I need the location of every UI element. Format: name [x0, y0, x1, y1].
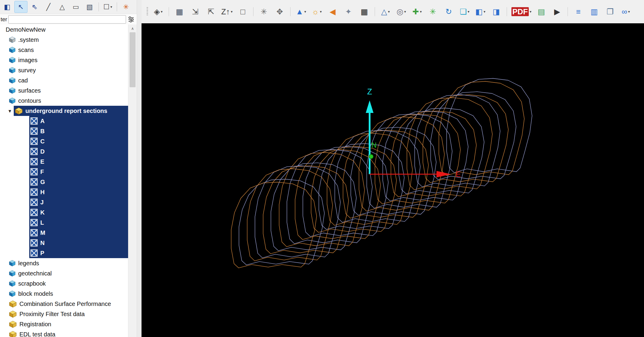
plan-view-button[interactable]: Z↑▾	[220, 5, 234, 19]
z-axis-label: Z	[367, 87, 372, 96]
tree-item-section-h[interactable]: H	[0, 187, 128, 197]
tree-item-section-b[interactable]: B	[0, 126, 128, 136]
app-fragment-button[interactable]: ◧	[1, 1, 14, 13]
image-export-button[interactable]: ▤	[534, 5, 548, 19]
n-axis-label: N	[371, 141, 376, 149]
tree-row-content: C	[29, 136, 128, 146]
pan-view-button[interactable]: ✥	[273, 5, 287, 19]
new-window-button[interactable]: ❐	[603, 5, 617, 19]
scrollbar-thumb[interactable]	[130, 32, 136, 87]
split-view-button[interactable]: ◧▾	[473, 5, 488, 19]
triangulation-button[interactable]: ▲▾	[294, 5, 308, 19]
tree-item-section-n[interactable]: N	[0, 238, 128, 248]
tree-item-geotechnical[interactable]: geotechnical	[0, 268, 128, 278]
scrollbar-up-icon[interactable]: ∧	[128, 24, 137, 32]
tree-item-label: C	[40, 138, 44, 145]
tree-item-scans[interactable]: scans	[0, 45, 128, 55]
tree-item-registration[interactable]: Registration	[0, 319, 128, 329]
texture-paint-icon: ✦	[345, 8, 352, 16]
project-explorer-panel: ◧↖⇖╱△▭▧☐▾✳ ter DemoNewNew.systemscansima…	[0, 0, 137, 337]
lighting-icon: ☼	[312, 8, 319, 16]
zoom-extents-button[interactable]: ⇲	[188, 5, 202, 19]
split-view-alt-button[interactable]: ◨	[489, 5, 503, 19]
tree-item-scrapbook[interactable]: scrapbook	[0, 278, 128, 289]
tree-item-section-a[interactable]: A	[0, 116, 128, 126]
tree-item-section-m[interactable]: M	[0, 228, 128, 238]
tree-item-combination-surface-performance[interactable]: Combination Surface Performance	[0, 299, 128, 309]
tree-item-label: DemoNewNew	[6, 26, 45, 33]
tree-item-root[interactable]: DemoNewNew	[0, 24, 128, 35]
tree-item-label: N	[40, 240, 44, 246]
lighting-button[interactable]: ☼▾	[310, 5, 324, 19]
tree-item-section-c[interactable]: C	[0, 136, 128, 146]
3d-viewport[interactable]: ZEN	[142, 23, 644, 337]
tree-item-contours[interactable]: contours	[0, 96, 128, 106]
tree-item-images[interactable]: images	[0, 55, 128, 65]
tree-item-section-p[interactable]: P	[0, 248, 128, 258]
filter-settings-icon[interactable]	[126, 15, 136, 24]
tree-row-content: block models	[8, 289, 128, 299]
play-button[interactable]: ▶	[550, 5, 564, 19]
tree-item-proximity-filter-test-data[interactable]: Proximity Filter Test data	[0, 309, 128, 319]
select-rectangle-button[interactable]: ▭	[69, 1, 82, 13]
asbuilt-section-outline[interactable]	[447, 78, 532, 172]
asbuilt-section-outline[interactable]	[255, 166, 340, 258]
new-view-icon: ❏	[460, 8, 467, 16]
expand-twisty-icon[interactable]: ▼	[6, 108, 14, 114]
screen-layout-button[interactable]: ▦	[172, 5, 187, 19]
tree-row-content: N	[29, 238, 128, 248]
tree-item-section-e[interactable]: E	[0, 157, 128, 167]
new-view-button[interactable]: ❏▾	[457, 5, 472, 19]
filter-input[interactable]	[8, 15, 126, 24]
columns-button[interactable]: ▥	[587, 5, 601, 19]
speaker-button[interactable]: ◀	[325, 5, 340, 19]
digitise-line-icon: ╱	[46, 4, 50, 10]
select-tool-button[interactable]: ↖	[14, 1, 27, 13]
texture-paint-button[interactable]: ✦	[341, 5, 356, 19]
zoom-selection-button[interactable]: ⇱	[204, 5, 218, 19]
tree-scrollbar[interactable]: ∧	[128, 24, 137, 337]
mesh-display-button[interactable]: △▾	[378, 5, 393, 19]
report-list-button[interactable]: ≡	[571, 5, 585, 19]
pdf-export-button[interactable]: PDF▾	[510, 5, 533, 19]
point-cluster-button[interactable]: ✳	[119, 1, 133, 13]
orbit-button[interactable]: ↻	[442, 5, 456, 19]
asbuilt-section-outline[interactable]	[399, 108, 484, 194]
tree-item-survey[interactable]: survey	[0, 65, 128, 75]
clip-box-button[interactable]: □	[236, 5, 250, 19]
regenerate-button[interactable]: ✳	[426, 5, 440, 19]
digitise-polygon-icon: △	[59, 4, 65, 10]
link-views-button[interactable]: ∞▾	[619, 5, 633, 19]
view-orientation-button[interactable]: ◈▾	[151, 5, 165, 19]
centre-view-button[interactable]: ✳	[257, 5, 271, 19]
marquee-select-button[interactable]: ☐▾	[101, 1, 114, 13]
tree-item-section-k[interactable]: K	[0, 207, 128, 217]
digitise-polygon-button[interactable]: △	[56, 1, 69, 13]
select-add-button[interactable]: ⇖	[28, 1, 41, 13]
select-box-button[interactable]: ▧	[83, 1, 96, 13]
tree-row-content: images	[8, 55, 128, 65]
design-section-outline[interactable]	[375, 114, 460, 204]
tree-item-section-l[interactable]: L	[0, 217, 128, 228]
tree-item-section-j[interactable]: J	[0, 197, 128, 207]
grid-button[interactable]: ▦	[357, 5, 371, 19]
tree-item-surfaces[interactable]: surfaces	[0, 85, 128, 96]
zoom-extents-icon: ⇲	[192, 8, 199, 16]
tree-row-content: EDL test data	[8, 329, 128, 337]
tree-item-underground-report-sections[interactable]: ▼underground report sections	[0, 106, 128, 116]
asbuilt-section-outline[interactable]	[431, 92, 516, 180]
design-section-outline[interactable]	[295, 150, 380, 240]
tree-row-content: survey	[8, 65, 128, 75]
tree-item-legends[interactable]: legends	[0, 258, 128, 268]
cube-blue-icon	[9, 260, 16, 267]
tree-item-cad[interactable]: cad	[0, 75, 128, 85]
digitise-line-button[interactable]: ╱	[42, 1, 55, 13]
tree-item--system[interactable]: .system	[0, 35, 128, 45]
tree-item-section-g[interactable]: G	[0, 177, 128, 187]
tree-item-block-models[interactable]: block models	[0, 289, 128, 299]
tree-item-edl-test-data[interactable]: EDL test data	[0, 329, 128, 337]
tree-item-section-d[interactable]: D	[0, 146, 128, 157]
tree-item-section-f[interactable]: F	[0, 167, 128, 177]
surface-display-button[interactable]: ◎▾	[394, 5, 408, 19]
overlay-add-button[interactable]: ✚▾	[410, 5, 424, 19]
